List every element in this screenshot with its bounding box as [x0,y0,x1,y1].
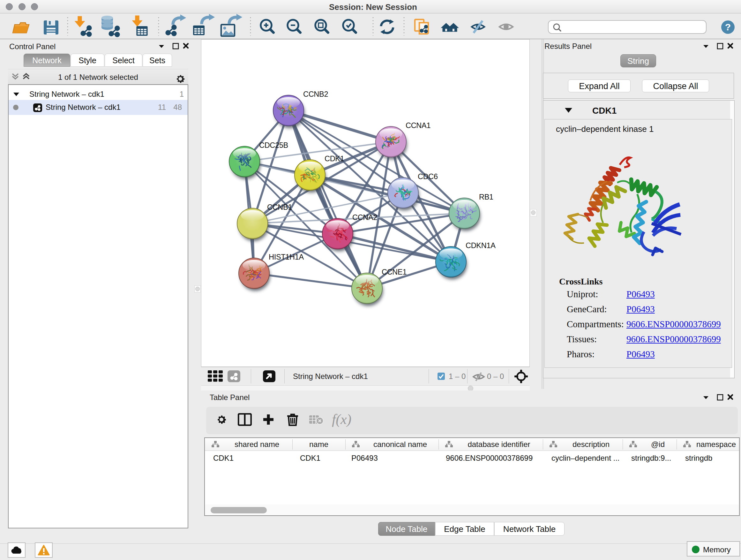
svg-text:CCNE1: CCNE1 [382,268,407,276]
svg-text:CDKN1A: CDKN1A [466,241,495,250]
svg-text:CCNB2: CCNB2 [303,90,328,98]
svg-text:CCNA1: CCNA1 [406,121,430,130]
svg-text:RB1: RB1 [479,193,493,201]
svg-text:CCNB1: CCNB1 [267,203,292,211]
svg-text:CDC6: CDC6 [418,172,438,181]
svg-text:HIST1H1A: HIST1H1A [269,253,304,261]
svg-text:CCNA2: CCNA2 [352,213,377,222]
svg-text:CDC25B: CDC25B [259,141,288,149]
svg-text:CDK1: CDK1 [325,154,344,163]
